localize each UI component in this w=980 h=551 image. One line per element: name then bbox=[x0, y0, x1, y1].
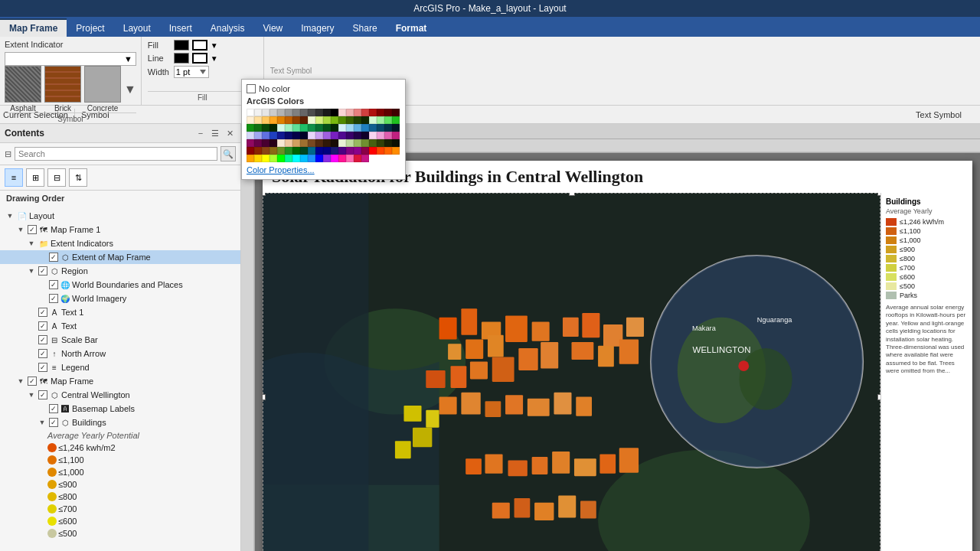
color-cell[interactable] bbox=[377, 124, 384, 132]
color-cell[interactable] bbox=[361, 147, 369, 155]
tree-item-text[interactable]: ▷ A Text bbox=[0, 319, 240, 333]
color-cell[interactable] bbox=[285, 109, 292, 116]
color-cell[interactable] bbox=[346, 124, 354, 132]
color-cell[interactable] bbox=[392, 132, 400, 139]
fill-color-swatch[interactable] bbox=[174, 40, 189, 51]
color-cell[interactable] bbox=[323, 132, 331, 139]
color-cell[interactable] bbox=[285, 147, 292, 155]
fill-dropdown-icon[interactable]: ▼ bbox=[211, 41, 218, 50]
northarrow-checkbox[interactable] bbox=[38, 349, 47, 358]
extent-indicator-dropdown[interactable]: ▼ bbox=[5, 52, 136, 66]
color-cell[interactable] bbox=[384, 132, 392, 139]
handle-tl[interactable] bbox=[263, 193, 266, 196]
color-cell[interactable] bbox=[331, 124, 338, 132]
color-cell[interactable] bbox=[338, 124, 346, 132]
color-cell[interactable] bbox=[308, 109, 315, 116]
tree-item-layout[interactable]: ▼ 📄 Layout bbox=[0, 209, 240, 223]
color-cell[interactable] bbox=[270, 109, 277, 116]
handle-right[interactable] bbox=[877, 394, 880, 400]
tree-item-extentindicators[interactable]: ▼ 📁 Extent Indicators bbox=[0, 236, 240, 250]
color-cell[interactable] bbox=[331, 116, 338, 124]
color-cell[interactable] bbox=[270, 124, 277, 132]
color-cell[interactable] bbox=[384, 139, 392, 147]
contents-close-btn[interactable]: ✕ bbox=[224, 127, 236, 139]
color-cell[interactable] bbox=[392, 116, 400, 124]
color-cell[interactable] bbox=[369, 132, 377, 139]
color-cell[interactable] bbox=[308, 132, 315, 139]
centralwellington-checkbox[interactable] bbox=[38, 390, 47, 399]
handle-top[interactable] bbox=[569, 193, 575, 196]
tree-item-scalebar[interactable]: ▷ ⊟ Scale Bar bbox=[0, 333, 240, 347]
color-cell[interactable] bbox=[262, 132, 270, 139]
color-cell[interactable] bbox=[300, 132, 308, 139]
color-cell[interactable] bbox=[338, 155, 346, 162]
swatch-brick[interactable]: Brick bbox=[44, 66, 81, 112]
color-cell[interactable] bbox=[384, 124, 392, 132]
color-cell[interactable] bbox=[270, 139, 277, 147]
color-cell[interactable] bbox=[300, 139, 308, 147]
view-hierarchy-btn[interactable]: ⊞ bbox=[26, 168, 44, 187]
color-cell[interactable] bbox=[270, 116, 277, 124]
color-cell[interactable] bbox=[346, 155, 354, 162]
color-cell[interactable] bbox=[323, 155, 331, 162]
color-cell[interactable] bbox=[308, 147, 315, 155]
color-cell[interactable] bbox=[277, 124, 285, 132]
color-cell[interactable] bbox=[377, 139, 384, 147]
color-cell[interactable] bbox=[315, 124, 323, 132]
color-cell[interactable] bbox=[361, 139, 369, 147]
tree-item-region[interactable]: ▼ ⬡ Region bbox=[0, 264, 240, 278]
buildings-checkbox[interactable] bbox=[49, 418, 58, 427]
width-select[interactable]: 1 pt 0.5 pt 1.5 pt 2 pt 3 pt bbox=[174, 66, 209, 78]
worldimagery-checkbox[interactable] bbox=[49, 294, 58, 303]
tab-imagery[interactable]: Imagery bbox=[292, 20, 343, 37]
color-cell[interactable] bbox=[377, 116, 384, 124]
text-checkbox[interactable] bbox=[38, 321, 47, 331]
color-cell[interactable] bbox=[369, 109, 377, 116]
color-cell[interactable] bbox=[262, 147, 270, 155]
line-color-swatch2[interactable] bbox=[192, 53, 207, 64]
view-table-btn[interactable]: ⊟ bbox=[47, 168, 66, 187]
color-cell[interactable] bbox=[300, 124, 308, 132]
color-cell[interactable] bbox=[346, 147, 354, 155]
color-cell[interactable] bbox=[323, 116, 331, 124]
tab-view[interactable]: View bbox=[253, 20, 292, 37]
extentofmapframe-checkbox[interactable] bbox=[49, 253, 58, 262]
color-cell[interactable] bbox=[338, 109, 346, 116]
more-swatches-icon[interactable]: ▼ bbox=[124, 83, 136, 96]
color-cell[interactable] bbox=[254, 147, 262, 155]
concrete-swatch-box[interactable] bbox=[84, 66, 121, 103]
color-cell[interactable] bbox=[262, 109, 270, 116]
basemaplabels-checkbox[interactable] bbox=[49, 404, 58, 413]
color-cell[interactable] bbox=[384, 109, 392, 116]
color-cell[interactable] bbox=[338, 147, 346, 155]
color-cell[interactable] bbox=[277, 139, 285, 147]
mapframe1-expander[interactable]: ▼ bbox=[15, 224, 26, 235]
tree-item-worldboundaries[interactable]: ▷ 🌐 World Boundaries and Places bbox=[0, 278, 240, 292]
color-cell[interactable] bbox=[285, 116, 292, 124]
tree-item-buildings[interactable]: ▼ ⬡ Buildings bbox=[0, 416, 240, 429]
layout-expander[interactable]: ▼ bbox=[5, 210, 15, 221]
color-cell[interactable] bbox=[323, 124, 331, 132]
color-cell[interactable] bbox=[369, 116, 377, 124]
swatch-concrete[interactable]: Concrete bbox=[84, 66, 121, 112]
swatch-asphalt[interactable]: Asphalt bbox=[5, 66, 41, 112]
color-cell[interactable] bbox=[292, 132, 300, 139]
color-cell[interactable] bbox=[338, 139, 346, 147]
color-cell[interactable] bbox=[354, 109, 361, 116]
color-cell[interactable] bbox=[361, 109, 369, 116]
buildings-expander[interactable]: ▼ bbox=[37, 417, 47, 428]
tree-item-text1[interactable]: ▷ A Text 1 bbox=[0, 305, 240, 319]
tab-insert[interactable]: Insert bbox=[160, 20, 201, 37]
color-cell[interactable] bbox=[361, 132, 369, 139]
color-cell[interactable] bbox=[308, 124, 315, 132]
color-cell[interactable] bbox=[254, 109, 262, 116]
color-cell[interactable] bbox=[247, 124, 254, 132]
color-cell[interactable] bbox=[331, 139, 338, 147]
color-cell[interactable] bbox=[292, 116, 300, 124]
color-cell[interactable] bbox=[384, 116, 392, 124]
color-cell[interactable] bbox=[354, 147, 361, 155]
tree-item-mapframe1[interactable]: ▼ 🗺 Map Frame 1 bbox=[0, 223, 240, 236]
color-cell[interactable] bbox=[254, 155, 262, 162]
color-cell[interactable] bbox=[247, 132, 254, 139]
tree-item-mapframe2[interactable]: ▼ 🗺 Map Frame bbox=[0, 374, 240, 388]
